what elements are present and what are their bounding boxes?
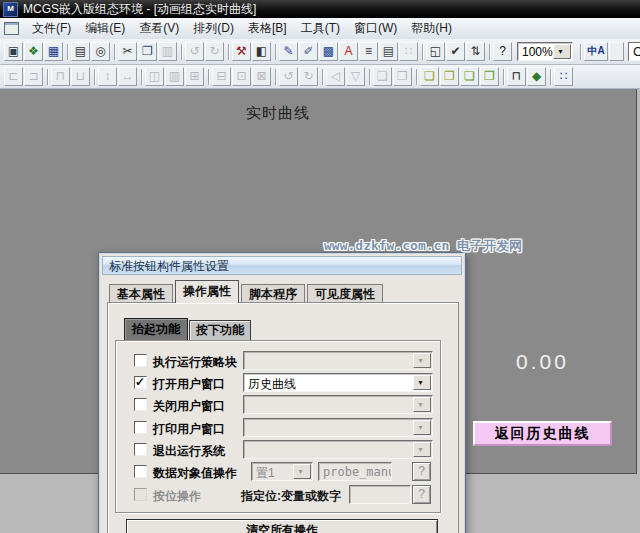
tab-basic[interactable]: 基本属性	[109, 284, 173, 304]
child-window-icon[interactable]	[4, 22, 19, 35]
combo-exit-system	[243, 440, 433, 459]
checkbox-close-window[interactable]	[134, 398, 147, 411]
center-window-icon: ⊠	[252, 67, 271, 86]
text-label-icon[interactable]: A	[339, 42, 358, 61]
title-bar: M MCGS嵌入版组态环境 - [动画组态实时曲线]	[0, 0, 640, 18]
tab-operation[interactable]: 操作属性	[175, 280, 239, 303]
toolbar-separator	[114, 44, 115, 60]
undo-icon: ↺	[185, 42, 204, 61]
ime-icon[interactable]: 中A	[584, 42, 608, 61]
checkbox-exit-system[interactable]	[134, 443, 147, 456]
context-help-icon[interactable]: ?	[493, 42, 512, 61]
menu-view[interactable]: 查看(V)	[132, 20, 186, 37]
row-bit-operation: 按位操作 指定位:变量或数字 ?	[99, 485, 467, 506]
rotate-left-icon: ↺	[279, 67, 298, 86]
paste-icon: ▥	[158, 42, 177, 61]
device-window-icon[interactable]: ✐	[299, 42, 318, 61]
label-exit-system: 退出运行系统	[153, 443, 225, 460]
print-preview-icon[interactable]: ◎	[91, 42, 110, 61]
menu-tools[interactable]: 工具(T)	[294, 20, 347, 37]
subtab-press[interactable]: 按下功能	[189, 320, 251, 341]
menu-arrange[interactable]: 排列(D)	[186, 20, 241, 37]
toolbar-separator	[47, 69, 48, 85]
bit-position-field	[349, 485, 411, 504]
download-icon[interactable]: ⇅	[466, 42, 485, 61]
syntax-check-icon[interactable]: ✔	[446, 42, 465, 61]
print-icon[interactable]: ▤	[71, 42, 90, 61]
toolbar-separator	[322, 69, 323, 85]
toolbar-separator	[275, 44, 276, 60]
row-execute-strategy: 执行运行策略块	[99, 351, 467, 372]
same-width-icon: ↔	[118, 67, 137, 86]
center-vertical-icon: ⊟	[212, 67, 231, 86]
cut-icon[interactable]: ✂	[118, 42, 137, 61]
new-window-icon[interactable]: ▣	[4, 42, 23, 61]
blank-button[interactable]	[609, 42, 624, 61]
tools-icon[interactable]: ⚒	[232, 42, 251, 61]
dialog-tabs: 基本属性操作属性脚本程序可见度属性	[109, 280, 385, 303]
flip-horizontal-icon: ◁	[326, 67, 345, 86]
value-display: 0.00	[516, 350, 569, 374]
label-open-window: 打开用户窗口	[153, 376, 225, 393]
grid-dots-icon[interactable]: ∷	[554, 67, 573, 86]
menu-window[interactable]: 窗口(W)	[347, 20, 404, 37]
flip-vertical-icon: ▽	[346, 67, 365, 86]
subtab-raise[interactable]: 抬起功能	[124, 318, 188, 341]
combo-data-operation-value: 置1	[256, 465, 275, 482]
window-properties-icon[interactable]: ◱	[426, 42, 445, 61]
combo-strategy	[243, 351, 433, 370]
align-top-icon: ⊓	[51, 67, 70, 86]
toolbar-separator	[67, 44, 68, 60]
menu-file[interactable]: 文件(F)	[25, 20, 78, 37]
menu-edit[interactable]: 编辑(E)	[78, 20, 132, 37]
toolbar-separator	[94, 69, 95, 85]
bring-to-front-icon[interactable]: ❏	[420, 67, 439, 86]
zoom-select[interactable]: 100%	[517, 42, 573, 61]
lock-icon[interactable]: ⊓	[507, 67, 526, 86]
workbench-icon[interactable]: ◧	[252, 42, 271, 61]
send-backward-icon[interactable]: ❐	[480, 67, 499, 86]
combo-open-window[interactable]: 历史曲线	[243, 373, 433, 392]
data-object-icon[interactable]: ≡	[359, 42, 378, 61]
canvas-title: 实时曲线	[246, 104, 310, 123]
combo-close-window	[243, 395, 433, 414]
menu-table[interactable]: 表格[B]	[241, 20, 294, 37]
tab-script[interactable]: 脚本程序	[241, 284, 305, 304]
dropdown-arrow-icon[interactable]	[553, 44, 571, 59]
checkbox-data-object[interactable]	[134, 465, 147, 478]
dropdown-arrow-icon[interactable]	[413, 375, 431, 390]
checkbox-bit-operation	[134, 488, 147, 501]
save-icon[interactable]: ▦	[44, 42, 63, 61]
strategy-icon[interactable]: ✎	[279, 42, 298, 61]
user-window-icon[interactable]: ▩	[319, 42, 338, 61]
script-list-icon[interactable]: ▤	[379, 42, 398, 61]
row-close-window: 关闭用户窗口	[99, 395, 467, 416]
menu-help[interactable]: 帮助(H)	[404, 20, 459, 37]
checkbox-open-window[interactable]: ✓	[134, 376, 147, 389]
label-bit-operation: 按位操作	[153, 488, 201, 505]
checkbox-execute-strategy[interactable]	[134, 354, 147, 367]
copy-icon[interactable]: ❐	[138, 42, 157, 61]
toolbar-separator	[141, 69, 142, 85]
checkbox-print-window[interactable]	[134, 421, 147, 434]
bring-forward-icon[interactable]: ❏	[460, 67, 479, 86]
mdi-workspace: 实时曲线 0.00 返回历史曲线 www.dzkfw.com.cn 电子开发网 …	[0, 89, 640, 533]
toolbar-separator	[275, 69, 276, 85]
data-object-field: probe_manual	[318, 462, 392, 481]
dialog-title-bar[interactable]: 标准按钮构件属性设置	[102, 256, 462, 275]
clear-all-actions-button[interactable]: 清空所有操作	[126, 519, 438, 533]
row-exit-system: 退出运行系统	[99, 440, 467, 461]
toolbar-arrange: ⊏⊐⊓⊔↕↔◫▥⊞⊟⊡⊠↺↻◁▽❑❒❏❐❏❐⊓◆∷	[0, 65, 640, 89]
tab-visibility[interactable]: 可见度属性	[307, 284, 383, 304]
open-project-icon[interactable]: ❖	[24, 42, 43, 61]
return-history-button[interactable]: 返回历史曲线	[473, 421, 612, 446]
redo-icon: ↻	[205, 42, 224, 61]
fill-color-icon[interactable]: ◆	[527, 67, 546, 86]
same-size-icon: ⊞	[185, 67, 204, 86]
row-print-window: 打印用户窗口	[99, 418, 467, 439]
same-height-icon: ↕	[98, 67, 117, 86]
send-to-back-icon[interactable]: ❐	[440, 67, 459, 86]
toolbar-separator	[422, 44, 423, 60]
language-field[interactable]: Chinese	[628, 42, 640, 61]
toolbar-separator	[228, 44, 229, 60]
